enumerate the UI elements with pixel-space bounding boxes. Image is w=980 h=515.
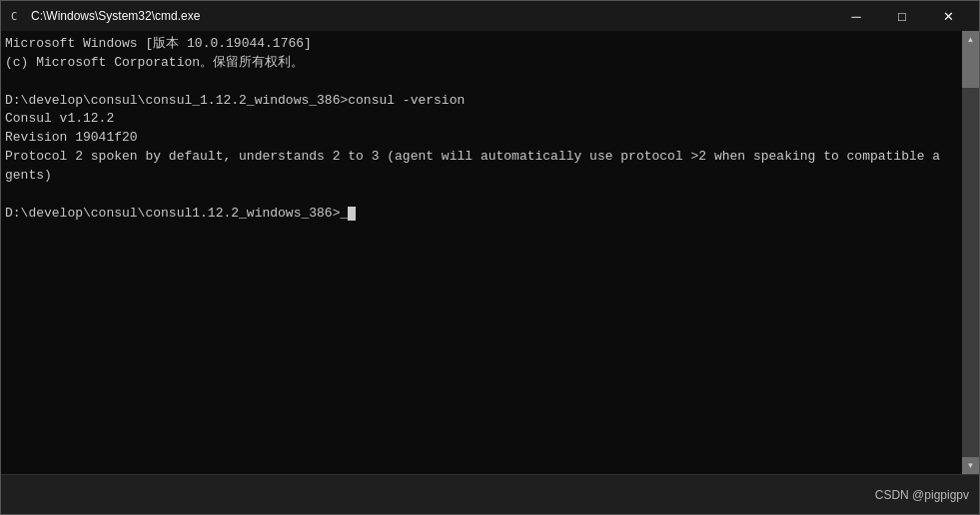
svg-text:C: C [11,10,17,22]
scrollbar-down-arrow[interactable]: ▼ [962,457,979,474]
console-area[interactable]: Microsoft Windows [版本 10.0.19044.1766] (… [1,31,979,474]
watermark: CSDN @pigpigpv [875,488,969,502]
maximize-button[interactable]: □ [879,1,925,31]
console-output: Microsoft Windows [版本 10.0.19044.1766] (… [5,35,958,223]
scrollbar-thumb[interactable] [962,48,979,88]
scrollbar-track[interactable] [962,48,979,457]
title-bar-text: C:\Windows\System32\cmd.exe [31,9,833,23]
close-button[interactable]: ✕ [925,1,971,31]
title-bar-controls: ─ □ ✕ [833,1,971,31]
scrollbar-up-arrow[interactable]: ▲ [962,31,979,48]
minimize-button[interactable]: ─ [833,1,879,31]
scrollbar[interactable]: ▲ ▼ [962,31,979,474]
taskbar: CSDN @pigpigpv [1,474,979,514]
console-content: Microsoft Windows [版本 10.0.19044.1766] (… [1,31,962,474]
title-bar: C C:\Windows\System32\cmd.exe ─ □ ✕ [1,1,979,31]
cmd-window: C C:\Windows\System32\cmd.exe ─ □ ✕ Micr… [0,0,980,515]
cmd-icon: C [9,8,25,24]
